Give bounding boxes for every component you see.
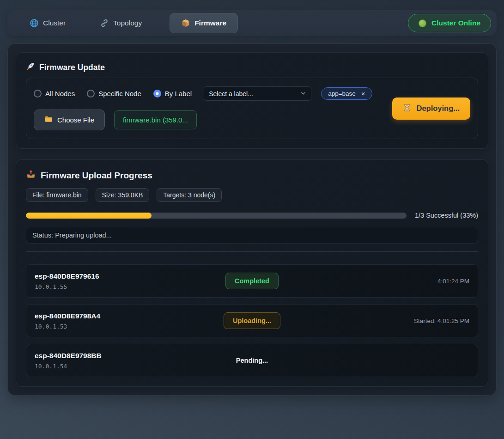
- label-chip-text: app=base: [328, 90, 356, 97]
- globe-icon: [30, 18, 39, 28]
- node-info: esp-840D8E9798BB 10.0.1.54: [35, 352, 227, 370]
- update-controls: All Nodes Specific Node By Label Select …: [26, 78, 478, 139]
- tab-firmware[interactable]: Firmware: [170, 13, 238, 33]
- cluster-status-badge[interactable]: Cluster Online: [408, 14, 491, 32]
- progress-fill: [26, 213, 152, 219]
- progress-row: 1/3 Successful (33%): [26, 212, 478, 219]
- node-info: esp-840D8E9798A4 10.0.1.53: [35, 312, 224, 330]
- radio-all-nodes-label: All Nodes: [45, 90, 75, 98]
- rocket-icon: [26, 62, 35, 73]
- chip-close-icon[interactable]: ×: [361, 90, 365, 98]
- outbox-tray-icon: [26, 169, 36, 182]
- status-box: Status: Preparing upload...: [26, 227, 478, 244]
- node-row[interactable]: esp-840D8E979616 10.0.1.55 Completed 4:0…: [26, 264, 478, 298]
- firmware-update-card: Firmware Update All Nodes Specific Node …: [16, 52, 488, 149]
- node-name: esp-840D8E9798A4: [35, 312, 224, 320]
- link-icon: [100, 18, 109, 28]
- status-badge: Uploading...: [224, 312, 280, 329]
- progress-label: 1/3 Successful (33%): [415, 212, 478, 219]
- progress-bar: [26, 213, 407, 219]
- node-ip: 10.0.1.54: [35, 363, 227, 370]
- status-badge: Completed: [225, 273, 279, 289]
- radio-specific-node-circle: [87, 90, 95, 98]
- file-row: Choose File firmware.bin (359.0...: [34, 110, 392, 130]
- node-list: esp-840D8E979616 10.0.1.55 Completed 4:0…: [26, 264, 478, 377]
- label-select-placeholder: Select a label...: [209, 90, 300, 98]
- deploy-button-label: Deploying...: [416, 104, 460, 113]
- deploy-button[interactable]: Deploying...: [392, 98, 470, 120]
- firmware-update-title-text: Firmware Update: [39, 63, 105, 73]
- cluster-status-label: Cluster Online: [431, 19, 480, 27]
- package-icon: [181, 18, 190, 28]
- node-time: 4:01:24 PM: [279, 278, 469, 285]
- node-ip: 10.0.1.53: [35, 323, 224, 330]
- hourglass-icon: [403, 104, 411, 114]
- label-select[interactable]: Select a label...: [204, 86, 311, 101]
- node-row[interactable]: esp-840D8E9798BB 10.0.1.54 Pending...: [26, 344, 478, 377]
- size-info-chip: Size: 359.0KB: [96, 188, 150, 202]
- target-mode-row: All Nodes Specific Node By Label Select …: [34, 86, 392, 101]
- node-time: Started: 4:01:25 PM: [280, 317, 469, 324]
- node-row[interactable]: esp-840D8E9798A4 10.0.1.53 Uploading... …: [26, 304, 478, 337]
- choose-file-button[interactable]: Choose File: [34, 110, 105, 130]
- label-chip[interactable]: app=base ×: [321, 87, 372, 100]
- tab-topology[interactable]: Topology: [93, 13, 148, 33]
- tab-firmware-label: Firmware: [194, 19, 226, 27]
- status-badge: Pending...: [227, 353, 277, 368]
- node-name: esp-840D8E979616: [35, 272, 225, 280]
- tab-cluster-label: Cluster: [43, 19, 66, 27]
- choose-file-label: Choose File: [57, 116, 94, 124]
- node-ip: 10.0.1.55: [35, 283, 225, 290]
- upload-info-chips: File: firmware.bin Size: 359.0KB Targets…: [26, 188, 478, 202]
- nav-tabs: Cluster Topology Firmware: [23, 13, 408, 33]
- top-navbar: Cluster Topology Firmware: [7, 10, 497, 36]
- upload-progress-card: Firmware Upload Progress File: firmware.…: [16, 159, 488, 387]
- upload-progress-title-text: Firmware Upload Progress: [41, 171, 152, 181]
- main-panel: Firmware Update All Nodes Specific Node …: [7, 43, 497, 396]
- upload-progress-title: Firmware Upload Progress: [26, 166, 478, 186]
- selected-file-display: firmware.bin (359.0...: [114, 110, 197, 129]
- radio-all-nodes[interactable]: All Nodes: [34, 90, 75, 98]
- firmware-update-title: Firmware Update: [26, 59, 478, 78]
- node-info: esp-840D8E979616 10.0.1.55: [35, 272, 225, 290]
- radio-specific-node-label: Specific Node: [98, 90, 141, 98]
- tab-cluster[interactable]: Cluster: [23, 13, 72, 33]
- targets-info-chip: Targets: 3 node(s): [157, 188, 222, 202]
- radio-by-label-label: By Label: [165, 90, 192, 98]
- radio-by-label[interactable]: By Label: [153, 90, 192, 98]
- tab-topology-label: Topology: [113, 19, 142, 27]
- green-dot-icon: [419, 19, 426, 27]
- file-info-chip: File: firmware.bin: [26, 188, 88, 202]
- divider: [26, 251, 478, 252]
- node-name: esp-840D8E9798BB: [35, 352, 227, 360]
- radio-specific-node[interactable]: Specific Node: [87, 90, 141, 98]
- radio-by-label-circle: [153, 90, 161, 98]
- chevron-down-icon: [300, 90, 306, 98]
- radio-all-nodes-circle: [34, 90, 42, 98]
- update-controls-left: All Nodes Specific Node By Label Select …: [34, 86, 392, 130]
- folder-icon: [44, 115, 53, 125]
